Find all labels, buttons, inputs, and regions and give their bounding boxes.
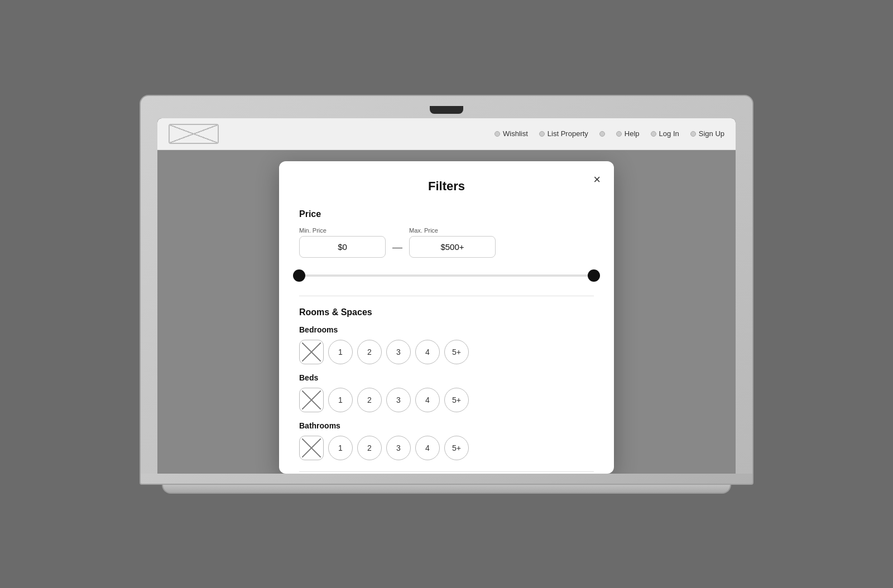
max-price-label: Max. Price: [409, 227, 496, 234]
max-price-input[interactable]: [409, 236, 496, 258]
rooms-section-title: Rooms & Spaces: [299, 307, 594, 317]
beds-1[interactable]: 1: [328, 388, 353, 412]
bedrooms-5plus[interactable]: 5+: [444, 340, 469, 364]
divider-rooms-ratings: [299, 471, 594, 472]
beds-5plus[interactable]: 5+: [444, 388, 469, 412]
beds-any[interactable]: [299, 388, 324, 412]
beds-label: Beds: [299, 373, 594, 382]
nav-dot-wishlist: [494, 131, 500, 137]
price-section-title: Price: [299, 209, 594, 219]
beds-2[interactable]: 2: [357, 388, 382, 412]
bathrooms-1[interactable]: 1: [328, 436, 353, 460]
bedrooms-options: 1 2 3 4 5+: [299, 340, 594, 364]
nav-dot-help: [616, 131, 622, 137]
min-price-label: Min. Price: [299, 227, 386, 234]
price-dash: —: [392, 242, 402, 253]
beds-4[interactable]: 4: [415, 388, 440, 412]
modal-title: Filters: [299, 179, 594, 194]
nav-login[interactable]: Log In: [651, 129, 679, 138]
range-track: [299, 274, 594, 277]
bathrooms-5plus[interactable]: 5+: [444, 436, 469, 460]
bedrooms-3[interactable]: 3: [386, 340, 411, 364]
range-thumb-left[interactable]: [293, 269, 305, 282]
price-section: Price Min. Price — Max. Price: [299, 209, 594, 282]
max-price-group: Max. Price: [409, 227, 496, 258]
bathrooms-any[interactable]: [299, 436, 324, 460]
bedrooms-any[interactable]: [299, 340, 324, 364]
logo-placeholder: [169, 124, 219, 144]
bedrooms-label: Bedrooms: [299, 325, 594, 334]
filters-modal: × Filters Price Min. Price —: [279, 161, 614, 474]
laptop-base: [162, 485, 731, 494]
main-nav: Wishlist List Property Help Log In: [494, 129, 724, 138]
bathrooms-2[interactable]: 2: [357, 436, 382, 460]
bathrooms-label: Bathrooms: [299, 421, 594, 430]
bedrooms-4[interactable]: 4: [415, 340, 440, 364]
divider-price-rooms: [299, 296, 594, 296]
screen-bezel: Wishlist List Property Help Log In: [157, 118, 736, 474]
min-price-input[interactable]: [299, 236, 386, 258]
nav-list-property-label: List Property: [548, 129, 588, 138]
nav-signup[interactable]: Sign Up: [690, 129, 724, 138]
bedrooms-row: Bedrooms 1 2 3 4 5+: [299, 325, 594, 364]
nav-dot-login: [651, 131, 656, 137]
min-price-group: Min. Price: [299, 227, 386, 258]
nav-wishlist[interactable]: Wishlist: [494, 129, 528, 138]
modal-overlay: × Filters Price Min. Price —: [157, 150, 736, 474]
nav-wishlist-label: Wishlist: [503, 129, 528, 138]
bathrooms-options: 1 2 3 4 5+: [299, 436, 594, 460]
nav-list-property[interactable]: List Property: [539, 129, 588, 138]
laptop-shell: Wishlist List Property Help Log In: [140, 95, 753, 494]
beds-3[interactable]: 3: [386, 388, 411, 412]
nav-help[interactable]: Help: [616, 129, 640, 138]
nav-signup-label: Sign Up: [699, 129, 724, 138]
beds-row: Beds 1 2 3 4 5+: [299, 373, 594, 412]
bedrooms-2[interactable]: 2: [357, 340, 382, 364]
browser-chrome: Wishlist List Property Help Log In: [157, 118, 736, 150]
nav-help-label: Help: [625, 129, 640, 138]
price-inputs: Min. Price — Max. Price: [299, 227, 594, 258]
laptop-bottom: [140, 474, 753, 485]
screen-content: × Filters Price Min. Price —: [157, 150, 736, 474]
bedrooms-1[interactable]: 1: [328, 340, 353, 364]
bathrooms-row: Bathrooms 1 2 3 4 5+: [299, 421, 594, 460]
range-thumb-right[interactable]: [588, 269, 600, 282]
bathrooms-3[interactable]: 3: [386, 436, 411, 460]
nav-login-label: Log In: [659, 129, 679, 138]
nav-dot-list-property: [539, 131, 545, 137]
bathrooms-4[interactable]: 4: [415, 436, 440, 460]
laptop-top: Wishlist List Property Help Log In: [140, 95, 753, 474]
nav-dot-separator: [599, 131, 605, 137]
close-button[interactable]: ×: [593, 172, 601, 187]
rooms-section: Rooms & Spaces Bedrooms 1 2 3 4: [299, 307, 594, 460]
nav-dot-signup: [690, 131, 696, 137]
price-range-slider[interactable]: [299, 269, 594, 282]
camera-notch: [430, 106, 463, 114]
beds-options: 1 2 3 4 5+: [299, 388, 594, 412]
